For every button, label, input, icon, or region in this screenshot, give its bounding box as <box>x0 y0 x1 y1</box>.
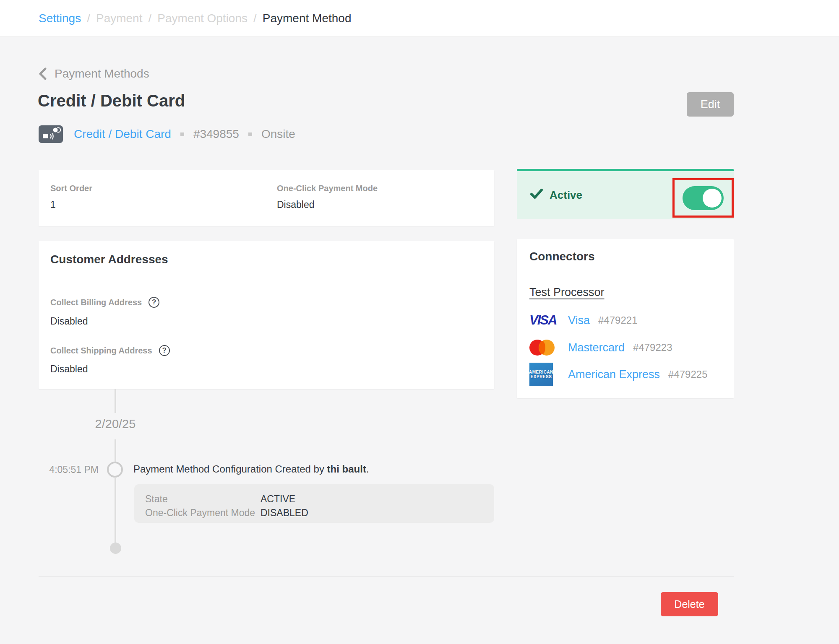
breadcrumb-settings[interactable]: Settings <box>39 12 81 25</box>
breadcrumb: Settings / Payment / Payment Options / P… <box>39 12 351 25</box>
one-click-payment-mode-label: One-Click Payment Mode <box>277 184 378 193</box>
divider <box>39 279 494 279</box>
timeline-event-text: Payment Method Configuration Created by … <box>133 463 369 475</box>
payment-method-type-link[interactable]: Credit / Debit Card <box>74 127 171 141</box>
separator-dot <box>248 132 252 136</box>
payment-method-summary-row: Credit / Debit Card #349855 Onsite <box>39 124 295 144</box>
collect-shipping-address-label-row: Collect Shipping Address ? <box>50 345 170 356</box>
timeline-event-details: State ACTIVE One-Click Payment Mode DISA… <box>134 484 494 523</box>
customer-addresses-card: Customer Addresses Collect Billing Addre… <box>39 241 494 389</box>
event-detail-row: One-Click Payment Mode DISABLED <box>145 506 494 520</box>
event-one-click-value: DISABLED <box>261 507 308 519</box>
breadcrumb-separator: / <box>87 12 90 25</box>
annotation-highlight-box <box>672 178 734 218</box>
customer-addresses-title: Customer Addresses <box>50 253 168 266</box>
timeline-event-time: 4:05:51 PM <box>17 464 99 475</box>
edit-button[interactable]: Edit <box>687 92 734 117</box>
active-status-banner: Active <box>517 169 734 219</box>
timeline-line <box>115 477 116 543</box>
timeline-date: 2/20/25 <box>73 417 157 431</box>
amex-logo-line2: EXPRESS <box>531 374 552 379</box>
event-state-value: ACTIVE <box>261 493 295 505</box>
breadcrumb-payment-options: Payment Options <box>157 12 248 25</box>
event-text-suffix: . <box>366 463 369 475</box>
credit-card-icon <box>39 125 63 143</box>
breadcrumb-separator: / <box>148 12 151 25</box>
payment-method-mode: Onsite <box>261 127 295 141</box>
sort-order-field: Sort Order 1 <box>50 184 92 210</box>
help-icon[interactable]: ? <box>159 345 170 356</box>
mastercard-link[interactable]: Mastercard <box>568 341 625 354</box>
collect-shipping-address-value: Disabled <box>50 364 88 375</box>
chevron-left-icon <box>39 68 47 80</box>
collect-billing-address-label: Collect Billing Address <box>50 298 142 307</box>
breadcrumb-payment-method: Payment Method <box>263 12 352 25</box>
active-toggle[interactable] <box>683 186 724 210</box>
one-click-payment-mode-field: One-Click Payment Mode Disabled <box>277 184 378 210</box>
help-icon[interactable]: ? <box>149 297 159 308</box>
page-title: Credit / Debit Card <box>38 91 185 110</box>
collect-billing-address-label-row: Collect Billing Address ? <box>50 297 159 308</box>
timeline-line <box>115 389 116 413</box>
event-detail-row: State ACTIVE <box>145 492 494 506</box>
payment-method-id: #349855 <box>193 127 239 141</box>
sort-order-value: 1 <box>50 199 92 210</box>
connector-row-amex: AMERICAN EXPRESS American Express #47922… <box>529 362 708 387</box>
breadcrumb-payment: Payment <box>96 12 143 25</box>
amex-logo-line1: AMERICAN <box>529 370 553 374</box>
event-one-click-label: One-Click Payment Mode <box>145 507 261 519</box>
mastercard-id: #479223 <box>633 342 672 353</box>
visa-link[interactable]: Visa <box>568 314 590 327</box>
collect-billing-address-value: Disabled <box>50 316 88 327</box>
timeline-event-marker <box>107 462 123 478</box>
amex-link[interactable]: American Express <box>568 368 660 381</box>
back-link-label: Payment Methods <box>55 67 149 80</box>
visa-wordmark: VISA <box>529 313 556 328</box>
connectors-title: Connectors <box>529 250 595 263</box>
timeline-line <box>115 439 116 462</box>
breadcrumb-separator: / <box>253 12 257 25</box>
checkmark-icon <box>530 189 543 202</box>
event-state-label: State <box>145 493 261 505</box>
amex-logo-icon: AMERICAN EXPRESS <box>529 363 568 386</box>
separator-dot <box>180 132 184 136</box>
test-processor-link[interactable]: Test Processor <box>529 286 604 299</box>
active-status-label: Active <box>550 189 582 202</box>
top-bar: Settings / Payment / Payment Options / P… <box>0 0 839 37</box>
event-text-prefix: Payment Method Configuration Created by <box>133 463 327 475</box>
back-to-payment-methods-link[interactable]: Payment Methods <box>39 67 149 80</box>
toggle-knob <box>703 189 722 208</box>
timeline-end-dot <box>110 543 121 554</box>
connectors-card: Connectors Test Processor VISA Visa #479… <box>517 239 734 398</box>
amex-id: #479225 <box>668 369 707 380</box>
divider <box>39 576 734 576</box>
mastercard-logo-icon <box>529 340 568 356</box>
event-actor: thi bault <box>327 463 366 475</box>
connector-row-visa: VISA Visa #479221 <box>529 308 637 332</box>
delete-button[interactable]: Delete <box>661 592 718 616</box>
active-status: Active <box>530 189 582 202</box>
one-click-payment-mode-value: Disabled <box>277 199 378 210</box>
sort-order-label: Sort Order <box>50 184 92 193</box>
visa-id: #479221 <box>598 314 637 326</box>
connector-row-mastercard: Mastercard #479223 <box>529 335 672 360</box>
visa-logo-icon: VISA <box>529 313 568 328</box>
divider <box>517 276 734 276</box>
collect-shipping-address-label: Collect Shipping Address <box>50 346 152 356</box>
summary-card: Sort Order 1 One-Click Payment Mode Disa… <box>39 170 494 226</box>
